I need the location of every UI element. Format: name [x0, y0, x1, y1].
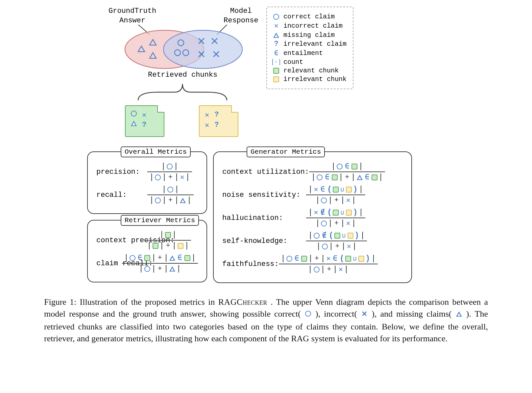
metric-recall: recall: || ||+|| — [96, 184, 198, 205]
circle-icon — [305, 311, 311, 317]
brace — [125, 81, 240, 104]
box-title: Generator Metrics — [247, 146, 325, 157]
venn-section: GroundTruth Answer Model Response — [85, 7, 525, 151]
x-icon: ✕ — [205, 121, 209, 130]
metrics-area: Overall Metrics precision: || ||+|✕| rec… — [87, 151, 525, 283]
overall-metrics-box: Overall Metrics precision: || ||+|✕| rec… — [87, 151, 207, 214]
figure-caption: Figure 1: Illustration of the proposed m… — [44, 296, 488, 345]
box-title: Retriever Metrics — [121, 215, 199, 226]
legend-item: ∈entailment — [272, 49, 348, 57]
circle-icon — [131, 111, 137, 117]
metric-self-knowledge: self-knowledge: |∉(∪)| ||+|✕| — [222, 230, 403, 251]
metric-context-precision: context precision: || ||+|| — [96, 230, 198, 251]
legend-item: correct claim — [272, 13, 348, 20]
label-retrieved-chunks: Retrieved chunks — [148, 71, 217, 79]
metric-hallucination: hallucination: |✕∉(∪)| ||+|✕| — [222, 207, 403, 228]
x-icon: ✕ — [205, 111, 209, 119]
entailment-icon: ∈ — [274, 49, 278, 57]
metric-precision: precision: || ||+|✕| — [96, 161, 198, 182]
triangle-icon — [273, 33, 279, 38]
legend-item: missing claim — [272, 31, 348, 39]
legend-item: irrelevant chunk — [272, 75, 348, 83]
metric-claim-recall: claim recall: |∈|+|∈| ||+|| — [96, 253, 198, 274]
green-square-icon — [273, 68, 279, 74]
metric-faithfulness: faithfulness: |∈|+|✕∈(∪)| ||+|✕| — [222, 253, 403, 275]
svg-point-3 — [163, 30, 242, 68]
x-icon: ✕ — [361, 309, 367, 319]
label-model-response: Model Response — [224, 7, 258, 25]
legend-item: |•|count — [272, 58, 348, 66]
x-icon: ✕ — [274, 21, 278, 30]
legend-item: relevant chunk — [272, 67, 348, 74]
metric-noise-sensitivity: noise sensitivity: |✕∈(∪)| ||+|✕| — [222, 184, 403, 205]
circle-icon — [273, 14, 279, 20]
question-icon: ? — [274, 40, 278, 48]
box-title: Overall Metrics — [121, 146, 191, 157]
legend-item: ?irrelevant claim — [272, 40, 348, 48]
count-icon: |•| — [271, 58, 282, 66]
triangle-icon — [456, 311, 462, 317]
generator-metrics-box: Generator Metrics context utilization: |… — [213, 151, 412, 283]
triangle-icon — [131, 121, 137, 126]
question-icon: ? — [214, 121, 219, 130]
yellow-square-icon — [273, 76, 279, 82]
relevant-chunk: ✕ ? — [125, 105, 164, 137]
question-icon: ? — [142, 121, 146, 129]
legend-item: ✕incorrect claim — [272, 21, 348, 30]
irrelevant-chunk: ✕? ✕? — [199, 105, 238, 137]
x-icon: ✕ — [142, 111, 146, 119]
legend: correct claim ✕incorrect claim missing c… — [266, 7, 353, 89]
retriever-metrics-box: Retriever Metrics context precision: || … — [87, 220, 207, 282]
question-icon: ? — [214, 111, 219, 119]
label-groundtruth: GroundTruth Answer — [109, 7, 156, 25]
figure-container: GroundTruth Answer Model Response — [7, 7, 525, 345]
metric-context-utilization: context utilization: |∈| |∈|+|∈| — [222, 161, 403, 182]
venn-diagram — [118, 25, 250, 74]
